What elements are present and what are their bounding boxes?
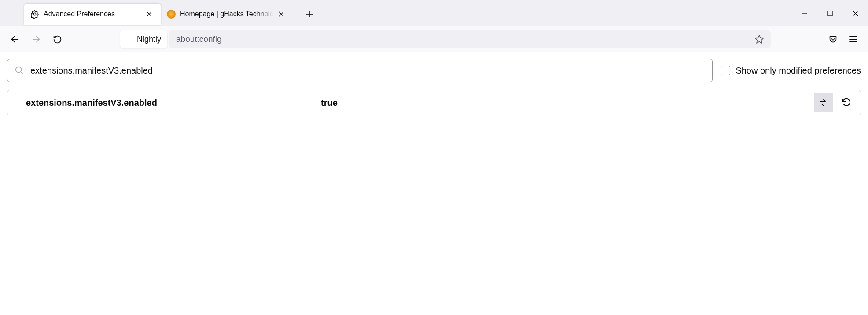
toggle-button[interactable] (814, 93, 833, 112)
checkbox-box (721, 66, 730, 75)
window-minimize-button[interactable] (791, 0, 817, 26)
window-close-button[interactable] (842, 0, 868, 26)
search-box (7, 59, 713, 82)
back-button[interactable] (6, 30, 24, 48)
gear-icon (30, 10, 39, 19)
svg-line-18 (21, 72, 23, 74)
show-only-modified-checkbox[interactable]: Show only modified preferences (721, 66, 861, 76)
window-controls (791, 0, 868, 26)
reload-button[interactable] (48, 30, 66, 48)
tab-ghacks[interactable]: Homepage | gHacks Technology News (161, 4, 293, 25)
about-config-content: Show only modified preferences extension… (0, 52, 868, 122)
bookmark-star-button[interactable] (751, 31, 767, 47)
svg-marker-13 (755, 35, 763, 43)
search-row: Show only modified preferences (7, 59, 861, 82)
tab-title: Advanced Preferences (44, 10, 141, 18)
window-maximize-button[interactable] (817, 0, 842, 26)
url-text: about:config (176, 34, 751, 44)
app-menu-button[interactable] (844, 30, 862, 48)
tab-title: Homepage | gHacks Technology News (180, 10, 273, 18)
preference-name: extensions.manifestV3.enabled (26, 98, 321, 108)
new-tab-button[interactable] (301, 5, 318, 23)
firefox-nightly-icon (125, 35, 133, 44)
tab-bar: Advanced Preferences Homepage | gHacks T… (0, 0, 868, 26)
tab-close-button[interactable] (144, 9, 154, 19)
checkbox-label: Show only modified preferences (736, 66, 861, 76)
preference-search-input[interactable] (30, 66, 705, 76)
tab-advanced-preferences[interactable]: Advanced Preferences (24, 4, 161, 25)
navigation-toolbar: Nightly about:config (0, 26, 868, 52)
search-icon (15, 66, 24, 75)
urlbar-container: Nightly about:config (120, 30, 771, 48)
ghacks-favicon (167, 10, 176, 19)
svg-point-0 (33, 13, 36, 15)
preference-value: true (321, 98, 814, 108)
url-bar[interactable]: about:config (169, 30, 771, 48)
identity-box[interactable]: Nightly (120, 30, 167, 48)
identity-label: Nightly (137, 35, 161, 44)
preference-actions (814, 93, 856, 112)
pocket-button[interactable] (824, 30, 842, 48)
forward-button[interactable] (27, 30, 45, 48)
svg-rect-8 (828, 11, 832, 16)
tab-close-button[interactable] (276, 9, 287, 19)
preference-row: extensions.manifestV3.enabled true (7, 90, 861, 115)
reset-button[interactable] (837, 93, 856, 112)
